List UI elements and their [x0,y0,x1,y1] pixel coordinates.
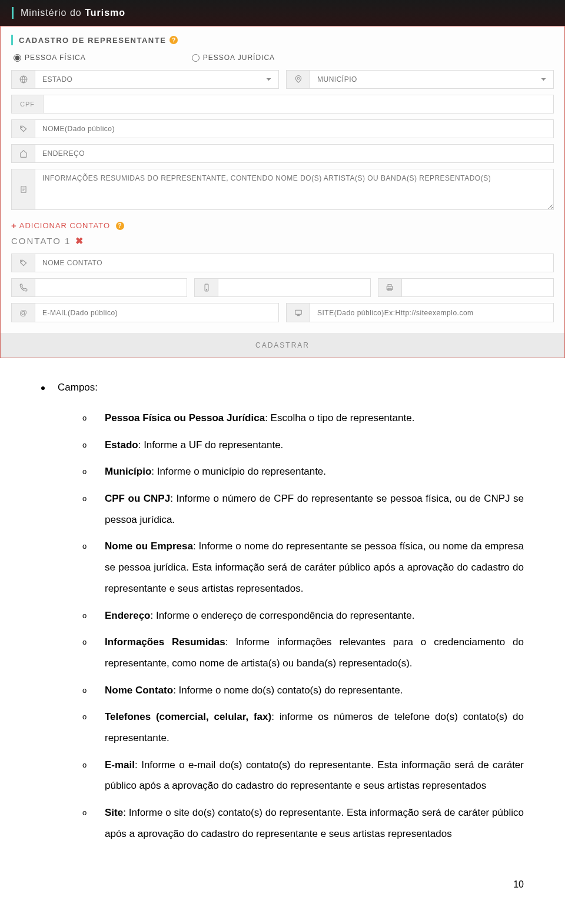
radio-pessoa-juridica[interactable]: PESSOA JURÍDICA [192,54,275,62]
radio-juridica-label: PESSOA JURÍDICA [203,54,275,62]
sub-bullet: o [82,805,89,844]
fax-input[interactable] [401,278,554,297]
campos-label: Campos: [58,382,98,393]
ministry-prefix: Ministério do [21,8,85,18]
campos-bullet: Campos: [41,382,524,393]
registration-form: CADASTRO DE REPRESENTANTE ? PESSOA FÍSIC… [0,26,565,358]
ministry-bold: Turismo [85,8,125,18]
tag-icon [11,119,35,138]
estado-group: ESTADO [11,70,279,89]
add-contact-label: ADICIONAR CONTATO [19,221,110,230]
sub-bullet: o [82,410,89,429]
cadastrar-button[interactable]: CADASTRAR [1,333,564,358]
ministry-header: Ministério do Turismo [0,0,565,26]
info-textarea[interactable] [35,169,554,210]
nome-contato-input[interactable] [35,253,554,272]
header-accent [12,7,14,19]
add-contact-button[interactable]: + ADICIONAR CONTATO ? [11,221,554,231]
site-input[interactable] [310,303,554,322]
remove-contact-icon[interactable]: ✖ [75,235,84,246]
info-row [11,169,554,210]
home-icon [11,144,35,163]
nome-input[interactable] [35,119,554,138]
section-title: CADASTRO DE REPRESENTANTE [19,36,166,45]
info-group [11,169,554,210]
item-text: Município: Informe o município do repres… [105,461,524,482]
cpf-input[interactable] [43,95,554,114]
phone-icon [11,278,35,297]
list-item: oSite: Informe o site do(s) contato(s) d… [82,802,524,844]
sub-bullet: o [82,634,89,673]
location-row: ESTADO MUNICÍPIO [11,70,554,89]
sub-bullet: o [82,538,89,599]
contact-header-label: CONTATO 1 [11,236,71,246]
radio-fisica-input[interactable] [14,54,21,62]
phone-group [11,278,187,297]
item-text: Site: Informe o site do(s) contato(s) do… [105,802,524,844]
pin-icon [286,70,310,89]
ministry-title: Ministério do Turismo [21,8,125,18]
cpf-group: CPF [11,95,554,114]
estado-select[interactable]: ESTADO [35,70,279,89]
sub-bullet: o [82,437,89,456]
endereco-row [11,144,554,163]
list-item: oEstado: Informe a UF do representante. [82,435,524,456]
list-item: oPessoa Física ou Pessoa Jurídica: Escol… [82,408,524,429]
item-text: Estado: Informe a UF do representante. [105,435,524,456]
list-item: oEndereço: Informe o endereço de corresp… [82,605,524,626]
item-text: Endereço: Informe o endereço de correspo… [105,605,524,626]
help-icon-contact[interactable]: ? [116,222,124,230]
svg-rect-8 [388,285,391,286]
endereco-input[interactable] [35,144,554,163]
mobile-group [194,278,370,297]
nome-row [11,119,554,138]
list-item: oNome ou Empresa: Informe o nome do repr… [82,536,524,599]
item-text: CPF ou CNPJ: Informe o número de CPF do … [105,488,524,530]
fields-list: oPessoa Física ou Pessoa Jurídica: Escol… [82,408,524,844]
municipio-select[interactable]: MUNICÍPIO [310,70,554,89]
item-text: E-mail: Informe o e-mail do(s) contato(s… [105,755,524,796]
contact-header: CONTATO 1 ✖ [11,235,554,246]
at-icon: @ [11,303,35,322]
sub-bullet: o [82,491,89,530]
email-input[interactable] [35,303,279,322]
phone-input[interactable] [35,278,187,297]
radio-pessoa-fisica[interactable]: PESSOA FÍSICA [14,54,86,62]
svg-point-1 [297,78,300,80]
list-item: oE-mail: Informe o e-mail do(s) contato(… [82,755,524,796]
nome-contato-row [11,253,554,272]
document-icon [11,169,35,210]
item-text: Nome Contato: Informe o nome do(s) conta… [105,680,524,701]
page-number: 10 [0,868,565,902]
list-item: oTelefones (comercial, celular, fax): in… [82,706,524,748]
list-item: oNome Contato: Informe o nome do(s) cont… [82,680,524,701]
section-title-row: CADASTRO DE REPRESENTANTE ? [11,35,554,45]
plus-icon: + [11,221,17,231]
submit-row: CADASTRAR [1,333,564,358]
section-accent [11,35,13,45]
item-text: Informações Resumidas: Informe informaçõ… [105,632,524,673]
svg-point-2 [21,127,22,128]
radio-juridica-input[interactable] [192,54,200,62]
fax-icon [378,278,401,297]
municipio-group: MUNICÍPIO [286,70,554,89]
sub-bullet: o [82,709,89,748]
item-text: Nome ou Empresa: Informe o nome do repre… [105,536,524,599]
sub-bullet: o [82,682,89,701]
svg-point-6 [206,289,207,290]
help-icon[interactable]: ? [170,36,178,44]
phones-row [11,278,554,297]
globe-icon [11,70,35,89]
mobile-icon [194,278,218,297]
sub-bullet: o [82,463,89,482]
person-type-radios: PESSOA FÍSICA PESSOA JURÍDICA [11,54,554,62]
sub-bullet: o [82,757,89,796]
list-item: oCPF ou CNPJ: Informe o número de CPF do… [82,488,524,530]
cpf-row: CPF [11,95,554,114]
list-item: oMunicípio: Informe o município do repre… [82,461,524,482]
nome-group [11,119,554,138]
radio-fisica-label: PESSOA FÍSICA [25,54,86,62]
endereco-group [11,144,554,163]
mobile-input[interactable] [218,278,370,297]
site-group [286,303,554,322]
